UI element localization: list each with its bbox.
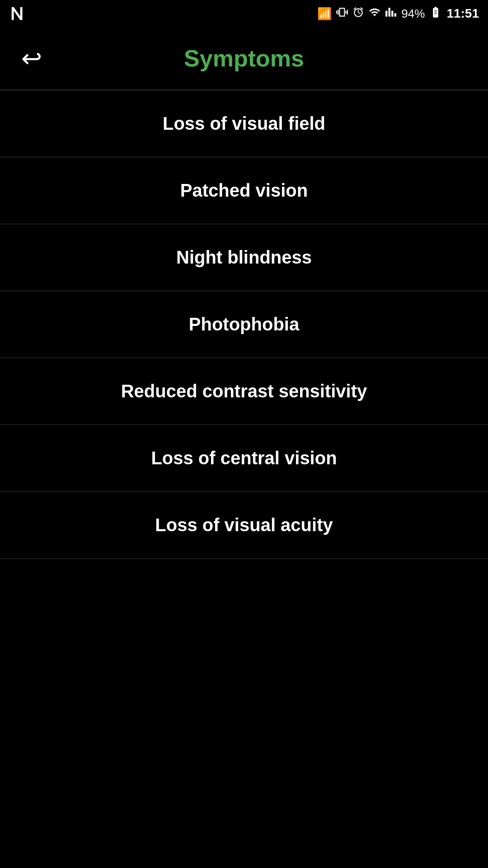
battery-icon (429, 6, 442, 22)
vibrate-icon (336, 6, 348, 21)
symptom-item-5[interactable]: Reduced contrast sensitivity (0, 358, 488, 425)
symptom-item-3[interactable]: Night blindness (0, 224, 488, 291)
symptom-item-6[interactable]: Loss of central vision (0, 425, 488, 492)
page-title: Symptoms (184, 45, 304, 72)
symptom-label-5: Reduced contrast sensitivity (121, 381, 367, 401)
signal-icon (385, 6, 397, 21)
wifi-icon (369, 6, 380, 21)
symptom-item-7[interactable]: Loss of visual acuity (0, 492, 488, 559)
symptom-label-6: Loss of central vision (151, 448, 337, 468)
status-bar-right: 📶 94% 11:51 (317, 6, 479, 22)
symptom-item-2[interactable]: Patched vision (0, 157, 488, 224)
back-button[interactable]: ↩ (14, 40, 50, 76)
symptom-list: Loss of visual field Patched vision Nigh… (0, 90, 488, 559)
status-bar: 📶 94% 11:51 (0, 0, 488, 27)
symptom-label-7: Loss of visual acuity (155, 515, 333, 535)
symptom-label-4: Photophobia (189, 314, 299, 335)
header: ↩ Symptoms (0, 27, 488, 90)
nfc-icon: 📶 (317, 7, 332, 21)
symptom-label-1: Loss of visual field (163, 113, 325, 134)
time-display: 11:51 (446, 6, 479, 21)
alarm-icon (352, 6, 364, 21)
symptom-item-1[interactable]: Loss of visual field (0, 90, 488, 157)
symptom-label-2: Patched vision (180, 180, 308, 201)
n-logo-icon (9, 5, 27, 23)
symptom-label-3: Night blindness (176, 247, 312, 268)
battery-percentage: 94% (401, 7, 425, 21)
symptom-item-4[interactable]: Photophobia (0, 291, 488, 358)
status-bar-left (9, 5, 27, 23)
empty-area (0, 559, 488, 649)
back-arrow-icon: ↩ (21, 44, 42, 73)
